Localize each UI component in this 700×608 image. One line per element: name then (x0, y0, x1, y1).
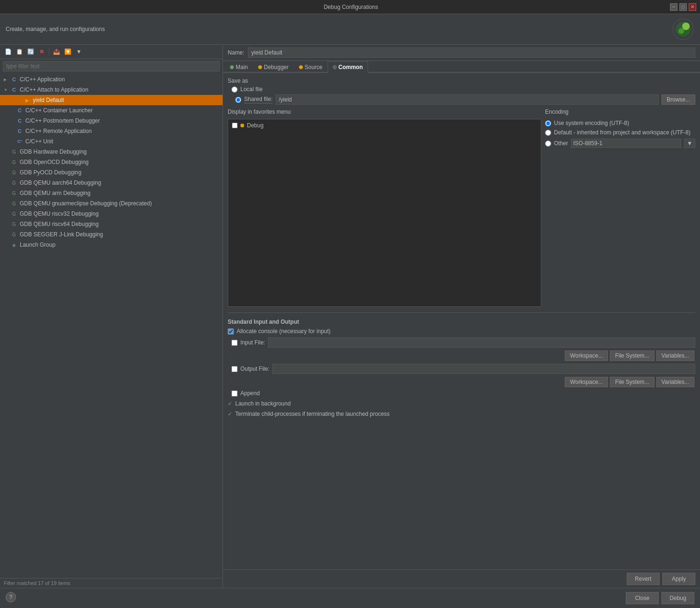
tab-common-label: Common (338, 64, 363, 70)
eclipse-logo-icon (672, 18, 694, 40)
allocate-console-checkbox[interactable] (228, 328, 234, 335)
tree-item-cpp-container[interactable]: C C/C++ Container Launcher (0, 105, 223, 116)
name-input[interactable] (248, 47, 695, 58)
duplicate-button[interactable]: 🔄 (25, 47, 36, 57)
favorites-list: Debug (228, 119, 541, 307)
tree-item-label: GDB QEMU arm Debugging (20, 190, 91, 196)
tree-item-cpp-remote[interactable]: C C/C++ Remote Application (0, 126, 223, 136)
filter-button[interactable]: 🔽 (62, 47, 73, 57)
gdb-aarch64-icon: G (10, 179, 18, 187)
tree-item-cpp-attach[interactable]: ▼ C C/C++ Attach to Application (0, 85, 223, 95)
output-workspace-button[interactable]: Workspace... (565, 377, 608, 387)
tree-item-cpp-postmortem[interactable]: C C/C++ Postmortem Debugger (0, 116, 223, 126)
tree-item-gdb-hardware[interactable]: G GDB Hardware Debugging (0, 147, 223, 157)
tree-item-label: C/C++ Postmortem Debugger (25, 117, 100, 124)
std-io-title: Standard Input and Output (228, 319, 695, 325)
tab-main[interactable]: Main (225, 61, 253, 73)
close-button[interactable]: Close (626, 592, 659, 604)
tree-item-gdb-riscv64[interactable]: G GDB QEMU riscv64 Debugging (0, 219, 223, 229)
new-type-button[interactable]: 📋 (14, 47, 24, 57)
revert-button[interactable]: Revert (627, 573, 660, 585)
tree-item-label: GDB PyOCD Debugging (20, 169, 81, 176)
tab-source[interactable]: Source (294, 61, 328, 73)
tab-common-dot (333, 65, 337, 69)
dialog-header: Create, manage, and run configurations (0, 14, 700, 45)
common-tab-content: Save as Local file Shared file: Browse..… (223, 73, 700, 569)
gdb-riscv64-icon: G (10, 220, 18, 228)
output-filesystem-button[interactable]: File System... (610, 377, 654, 387)
favorites-box: Display in favorites menu Debug (228, 109, 541, 307)
tab-debugger-label: Debugger (264, 64, 289, 70)
debug-favorites-checkbox[interactable] (232, 123, 238, 128)
tree-item-gdb-segger[interactable]: G GDB SEGGER J-Link Debugging (0, 229, 223, 240)
tree-item-cpp-unit[interactable]: C° C/C++ Unit (0, 136, 223, 147)
minimize-button[interactable]: ─ (670, 3, 677, 11)
favorites-item-debug: Debug (230, 121, 539, 130)
encoding-title: Encoding (545, 109, 695, 115)
shared-file-radio[interactable] (235, 97, 241, 103)
help-button[interactable]: ? (6, 592, 16, 602)
svg-point-2 (682, 23, 690, 30)
encoding-other-radio[interactable] (545, 140, 551, 147)
cpp-remote-icon: C (16, 127, 23, 135)
encoding-default-row: Default - inherited from project and wor… (545, 129, 695, 136)
append-checkbox[interactable] (231, 390, 238, 397)
browse-button[interactable]: Browse... (662, 94, 695, 105)
input-file-input[interactable] (268, 337, 695, 348)
input-file-checkbox[interactable] (231, 340, 238, 346)
tree-item-gdb-qemu-arm[interactable]: G GDB QEMU arm Debugging (0, 188, 223, 198)
output-variables-button[interactable]: Variables... (656, 377, 694, 387)
tree-item-gdb-riscv32[interactable]: G GDB QEMU riscv32 Debugging (0, 209, 223, 219)
tab-source-dot (299, 65, 303, 69)
tree-item-gdb-qemu-aarch64[interactable]: G GDB QEMU aarch64 Debugging (0, 178, 223, 188)
input-variables-button[interactable]: Variables... (656, 351, 694, 361)
local-file-radio[interactable] (231, 86, 238, 93)
input-workspace-button[interactable]: Workspace... (565, 351, 608, 361)
launch-group-icon: ◈ (10, 241, 18, 249)
collapse-button[interactable]: ▼ (74, 47, 84, 57)
debug-label: Debug (247, 122, 263, 129)
filter-input[interactable] (3, 61, 220, 71)
output-file-checkbox[interactable] (231, 366, 238, 372)
tree-item-gdb-pyocd[interactable]: G GDB PyOCD Debugging (0, 167, 223, 178)
svg-point-3 (678, 28, 684, 34)
std-io-section: Standard Input and Output Allocate conso… (228, 319, 695, 397)
encoding-default-radio[interactable] (545, 130, 551, 136)
tree-item-gdb-qemu-gnuarm[interactable]: G GDB QEMU gnuarmeclipse Debugging (Depr… (0, 198, 223, 209)
tab-common[interactable]: Common (328, 61, 368, 73)
gdb-arm-icon: G (10, 189, 18, 197)
cpp-attach-icon: C (10, 86, 18, 94)
append-label: Append (240, 390, 260, 397)
encoding-system-radio[interactable] (545, 120, 551, 126)
tree-item-label: C/C++ Remote Application (25, 128, 92, 134)
tree-item-launch-group[interactable]: ◈ Launch Group (0, 240, 223, 250)
launch-background-label: Launch in background (235, 400, 291, 407)
tree-item-label: Launch Group (20, 242, 55, 248)
delete-button[interactable]: ✖ (37, 47, 47, 57)
tree-item-label: GDB OpenOCD Debugging (20, 159, 89, 165)
encoding-other-label: Other (554, 140, 568, 147)
close-button[interactable]: ✕ (689, 3, 696, 11)
save-as-section: Save as Local file Shared file: Browse..… (228, 78, 695, 105)
debug-button[interactable]: Debug (662, 592, 694, 604)
panel-footer: Revert Apply (223, 569, 700, 588)
tree-item-gdb-openocd[interactable]: G GDB OpenOCD Debugging (0, 157, 223, 167)
restore-button[interactable]: □ (679, 3, 687, 11)
encoding-other-input[interactable] (571, 139, 681, 148)
tab-debugger[interactable]: Debugger (253, 61, 294, 73)
output-file-input[interactable] (272, 364, 695, 374)
expand-arrow: ▶ (4, 78, 8, 82)
gdb-segger-icon: G (10, 231, 18, 238)
tree-item-label: C/C++ Unit (25, 138, 53, 145)
export-button[interactable]: 📤 (51, 47, 62, 57)
tree-item-cpp-app[interactable]: ▶ C C/C++ Application (0, 74, 223, 85)
left-panel: 📄 📋 🔄 ✖ 📤 🔽 ▼ ▶ C C/C++ Application (0, 45, 223, 588)
shared-file-input[interactable] (276, 94, 659, 105)
apply-button[interactable]: Apply (662, 573, 695, 585)
right-panel: Name: Main Debugger Source (223, 45, 700, 588)
encoding-dropdown-button[interactable]: ▼ (684, 139, 695, 148)
tree-item-yield-default[interactable]: ▶ yield Default (0, 95, 223, 105)
input-filesystem-button[interactable]: File System... (610, 351, 654, 361)
new-config-button[interactable]: 📄 (3, 47, 13, 57)
tree-item-label: GDB Hardware Debugging (20, 148, 87, 155)
